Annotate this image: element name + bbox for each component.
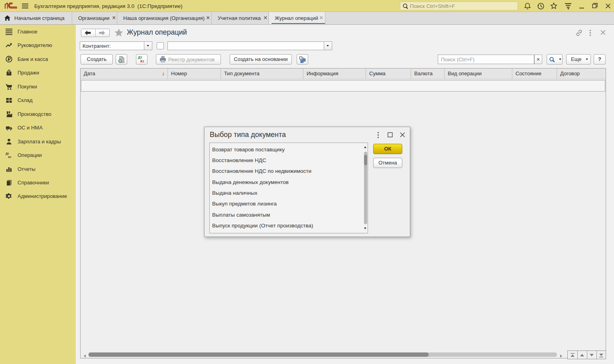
svg-text:Кт: Кт bbox=[8, 155, 12, 159]
